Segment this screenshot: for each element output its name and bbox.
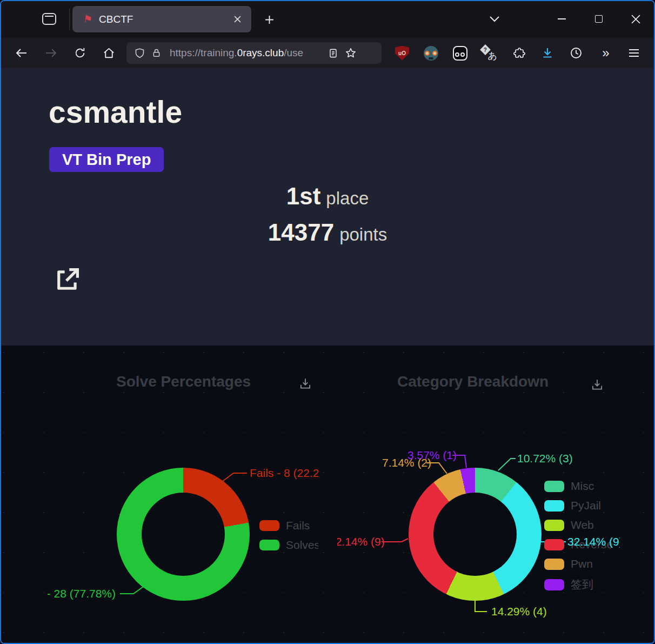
titlebar-separator: [69, 9, 70, 30]
close-window-button[interactable]: [625, 10, 646, 28]
puzzle-icon[interactable]: [509, 43, 529, 63]
page-title-username: csmantle: [49, 94, 182, 130]
firefox-view-icon[interactable]: [42, 13, 56, 25]
legend-item-web[interactable]: Web: [544, 519, 594, 532]
misc-swatch: [544, 481, 564, 492]
solves-callout: Solves - 28 (77.78%): [48, 587, 116, 601]
pwn-swatch: [544, 559, 564, 570]
charts-section: Solve Percentages Category Breakdown Fai…: [1, 346, 654, 644]
flag-icon: ⚑: [83, 12, 93, 26]
fails-leader-line: [221, 473, 247, 482]
legend-item-solves[interactable]: Solves: [259, 539, 318, 552]
points-suffix: points: [339, 224, 387, 244]
reverse-leader-line: [382, 539, 408, 542]
two-circles-icon[interactable]: [450, 43, 470, 63]
legend-item-misc[interactable]: Misc: [544, 480, 594, 493]
rank-value: 1st: [286, 183, 321, 209]
bookmark-star-icon[interactable]: [342, 44, 360, 62]
misc-leader-line: [498, 459, 516, 470]
pyjail-callout: 32.14% (9): [567, 535, 620, 549]
browser-window: ⚑ CBCTF: [0, 0, 655, 644]
fails-swatch: [259, 520, 279, 531]
reverse-swatch: [544, 539, 564, 550]
overflow-chevrons-icon[interactable]: »: [596, 43, 615, 63]
solve-percentages-donut[interactable]: [117, 468, 250, 601]
translate-icon[interactable]: ? あ: [479, 43, 499, 63]
solve-percentages-chart: Fails - 8 (22.22%) Solves - 28 (77.78%) …: [48, 346, 318, 644]
maximize-icon: [595, 15, 603, 23]
reader-mode-icon[interactable]: [324, 44, 342, 62]
url-bar[interactable]: https://training.0rays.club/use: [126, 42, 382, 64]
category-breakdown-chart: 10.72% (3) 3.57% (1) 7.14% (2) 32.14% (9…: [337, 346, 620, 644]
lock-icon[interactable]: [148, 44, 164, 62]
web-callout: 14.29% (4): [491, 605, 547, 619]
rank-suffix: place: [326, 188, 369, 208]
fails-callout: Fails - 8 (22.22%): [250, 466, 318, 480]
pwn-callout: 7.14% (2): [382, 456, 431, 470]
solves-swatch: [259, 540, 279, 550]
web-swatch: [544, 520, 564, 531]
pyjail-swatch: [544, 500, 564, 512]
home-icon[interactable]: [98, 42, 119, 64]
legend-item-pwn[interactable]: Pwn: [544, 557, 593, 570]
misc-callout: 10.72% (3): [517, 452, 573, 466]
points-value: 14377: [268, 219, 334, 245]
nav-toolbar: https://training.0rays.club/use uO ?: [1, 38, 654, 68]
menu-icon[interactable]: [624, 43, 644, 63]
new-tab-button[interactable]: [259, 10, 279, 29]
points-line: 14377points: [1, 219, 654, 246]
avatar-goggles-icon[interactable]: [421, 43, 440, 63]
category-breakdown-donut[interactable]: [409, 468, 542, 601]
ublock-origin-icon[interactable]: uO: [392, 43, 412, 63]
web-leader-line: [475, 600, 487, 612]
legend-item-fails[interactable]: Fails: [259, 519, 310, 532]
minimize-button[interactable]: [551, 10, 572, 28]
url-text: https://training.0rays.club/use: [170, 47, 324, 59]
rank-line: 1stplace: [1, 183, 654, 210]
tab-list-chevron-icon[interactable]: [484, 10, 505, 28]
close-tab-icon[interactable]: [230, 12, 245, 27]
reverse-callout: 32.14% (9): [337, 535, 385, 549]
downloads-icon[interactable]: [538, 43, 557, 63]
tab-cbctf[interactable]: ⚑ CBCTF: [72, 6, 251, 32]
forward-icon[interactable]: [40, 42, 62, 64]
legend-item-pyjail[interactable]: PyJail: [544, 499, 601, 512]
team-badge[interactable]: VT Bin Prep: [49, 147, 164, 172]
shield-icon[interactable]: [131, 44, 148, 62]
maximize-button[interactable]: [588, 10, 610, 28]
legend-item-qiandao[interactable]: 签到: [544, 577, 593, 592]
tab-title: CBCTF: [99, 14, 230, 25]
history-clock-icon[interactable]: [566, 43, 586, 63]
external-link-icon[interactable]: [52, 264, 83, 295]
back-icon[interactable]: [11, 42, 32, 64]
titlebar: ⚑ CBCTF: [1, 1, 654, 38]
qiandao-swatch: [544, 579, 564, 590]
profile-hero: csmantle VT Bin Prep 1stplace 14377point…: [1, 68, 654, 346]
reload-icon[interactable]: [69, 42, 91, 64]
